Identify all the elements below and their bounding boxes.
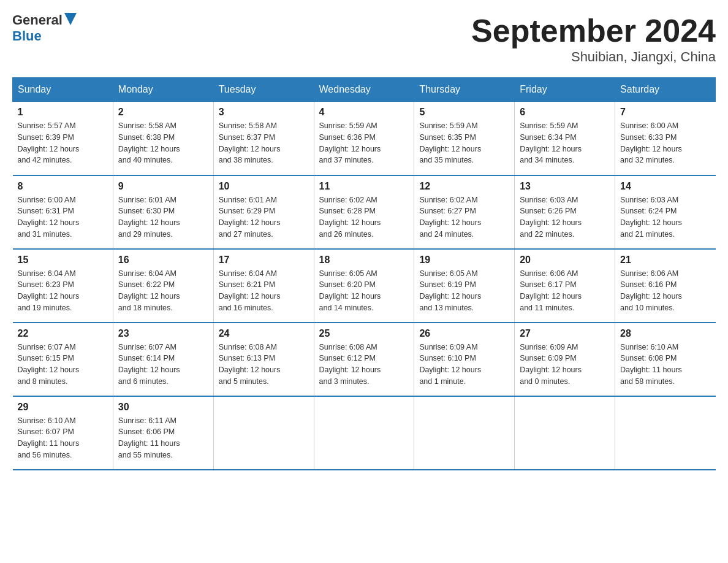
calendar-week-row: 8 Sunrise: 6:00 AMSunset: 6:31 PMDayligh… — [13, 175, 716, 249]
day-info: Sunrise: 5:58 AMSunset: 6:38 PMDaylight:… — [118, 121, 180, 164]
header-wednesday: Wednesday — [314, 78, 414, 102]
day-number: 13 — [520, 181, 610, 192]
day-number: 14 — [620, 181, 710, 192]
table-row: 11 Sunrise: 6:02 AMSunset: 6:28 PMDaylig… — [314, 175, 414, 249]
day-number: 23 — [118, 328, 208, 339]
day-info: Sunrise: 6:02 AMSunset: 6:27 PMDaylight:… — [419, 196, 481, 239]
day-info: Sunrise: 6:02 AMSunset: 6:28 PMDaylight:… — [319, 196, 381, 239]
day-number: 11 — [319, 181, 409, 192]
day-info: Sunrise: 5:58 AMSunset: 6:37 PMDaylight:… — [219, 121, 281, 164]
calendar-week-row: 15 Sunrise: 6:04 AMSunset: 6:23 PMDaylig… — [13, 249, 716, 323]
day-number: 3 — [219, 107, 309, 118]
day-info: Sunrise: 6:06 AMSunset: 6:16 PMDaylight:… — [620, 269, 682, 312]
table-row: 22 Sunrise: 6:07 AMSunset: 6:15 PMDaylig… — [13, 323, 113, 396]
table-row — [414, 396, 515, 470]
day-number: 9 — [118, 181, 208, 192]
table-row: 24 Sunrise: 6:08 AMSunset: 6:13 PMDaylig… — [213, 323, 314, 396]
day-info: Sunrise: 5:59 AMSunset: 6:36 PMDaylight:… — [319, 121, 381, 164]
table-row: 17 Sunrise: 6:04 AMSunset: 6:21 PMDaylig… — [213, 249, 314, 323]
table-row — [213, 396, 314, 470]
day-number: 15 — [18, 255, 108, 266]
day-number: 5 — [419, 107, 509, 118]
table-row: 13 Sunrise: 6:03 AMSunset: 6:26 PMDaylig… — [515, 175, 615, 249]
day-number: 19 — [419, 255, 509, 266]
header-saturday: Saturday — [615, 78, 716, 102]
day-info: Sunrise: 5:59 AMSunset: 6:34 PMDaylight:… — [520, 121, 582, 164]
day-info: Sunrise: 6:04 AMSunset: 6:21 PMDaylight:… — [219, 269, 281, 312]
page-header: General Blue September 2024 Shuibian, Ji… — [12, 12, 716, 65]
day-info: Sunrise: 6:10 AMSunset: 6:08 PMDaylight:… — [620, 343, 682, 386]
day-number: 29 — [18, 402, 108, 413]
table-row: 15 Sunrise: 6:04 AMSunset: 6:23 PMDaylig… — [13, 249, 113, 323]
table-row: 8 Sunrise: 6:00 AMSunset: 6:31 PMDayligh… — [13, 175, 113, 249]
table-row: 4 Sunrise: 5:59 AMSunset: 6:36 PMDayligh… — [314, 102, 414, 175]
logo: General Blue — [12, 12, 77, 44]
table-row — [515, 396, 615, 470]
title-block: September 2024 Shuibian, Jiangxi, China — [471, 12, 716, 65]
day-number: 25 — [319, 328, 409, 339]
day-number: 10 — [219, 181, 309, 192]
table-row: 1 Sunrise: 5:57 AMSunset: 6:39 PMDayligh… — [13, 102, 113, 175]
header-tuesday: Tuesday — [213, 78, 314, 102]
calendar-header-row: Sunday Monday Tuesday Wednesday Thursday… — [13, 78, 716, 102]
table-row: 23 Sunrise: 6:07 AMSunset: 6:14 PMDaylig… — [113, 323, 213, 396]
day-info: Sunrise: 6:11 AMSunset: 6:06 PMDaylight:… — [118, 416, 180, 459]
day-info: Sunrise: 6:00 AMSunset: 6:31 PMDaylight:… — [18, 196, 80, 239]
calendar-week-row: 1 Sunrise: 5:57 AMSunset: 6:39 PMDayligh… — [13, 102, 716, 175]
day-number: 12 — [419, 181, 509, 192]
day-info: Sunrise: 6:08 AMSunset: 6:12 PMDaylight:… — [319, 343, 381, 386]
day-info: Sunrise: 6:04 AMSunset: 6:23 PMDaylight:… — [18, 269, 80, 312]
table-row: 2 Sunrise: 5:58 AMSunset: 6:38 PMDayligh… — [113, 102, 213, 175]
day-number: 24 — [219, 328, 309, 339]
table-row: 16 Sunrise: 6:04 AMSunset: 6:22 PMDaylig… — [113, 249, 213, 323]
day-info: Sunrise: 6:08 AMSunset: 6:13 PMDaylight:… — [219, 343, 281, 386]
calendar-table: Sunday Monday Tuesday Wednesday Thursday… — [12, 77, 716, 470]
day-info: Sunrise: 6:03 AMSunset: 6:24 PMDaylight:… — [620, 196, 682, 239]
table-row: 14 Sunrise: 6:03 AMSunset: 6:24 PMDaylig… — [615, 175, 716, 249]
logo-triangle-icon — [64, 13, 77, 26]
table-row: 28 Sunrise: 6:10 AMSunset: 6:08 PMDaylig… — [615, 323, 716, 396]
day-info: Sunrise: 6:05 AMSunset: 6:19 PMDaylight:… — [419, 269, 481, 312]
logo-general-text: General — [12, 12, 63, 28]
logo-blue-text: Blue — [12, 28, 42, 44]
day-info: Sunrise: 6:07 AMSunset: 6:14 PMDaylight:… — [118, 343, 180, 386]
table-row: 18 Sunrise: 6:05 AMSunset: 6:20 PMDaylig… — [314, 249, 414, 323]
table-row: 6 Sunrise: 5:59 AMSunset: 6:34 PMDayligh… — [515, 102, 615, 175]
table-row: 21 Sunrise: 6:06 AMSunset: 6:16 PMDaylig… — [615, 249, 716, 323]
table-row: 27 Sunrise: 6:09 AMSunset: 6:09 PMDaylig… — [515, 323, 615, 396]
header-sunday: Sunday — [13, 78, 113, 102]
day-info: Sunrise: 6:04 AMSunset: 6:22 PMDaylight:… — [118, 269, 180, 312]
day-number: 27 — [520, 328, 610, 339]
day-info: Sunrise: 6:01 AMSunset: 6:29 PMDaylight:… — [219, 196, 281, 239]
svg-marker-0 — [64, 13, 77, 25]
day-info: Sunrise: 6:00 AMSunset: 6:33 PMDaylight:… — [620, 121, 682, 164]
day-number: 4 — [319, 107, 409, 118]
day-info: Sunrise: 6:10 AMSunset: 6:07 PMDaylight:… — [18, 416, 80, 459]
day-number: 6 — [520, 107, 610, 118]
table-row — [615, 396, 716, 470]
day-info: Sunrise: 6:06 AMSunset: 6:17 PMDaylight:… — [520, 269, 582, 312]
table-row: 30 Sunrise: 6:11 AMSunset: 6:06 PMDaylig… — [113, 396, 213, 470]
header-monday: Monday — [113, 78, 213, 102]
day-number: 20 — [520, 255, 610, 266]
calendar-week-row: 22 Sunrise: 6:07 AMSunset: 6:15 PMDaylig… — [13, 323, 716, 396]
day-number: 18 — [319, 255, 409, 266]
table-row: 29 Sunrise: 6:10 AMSunset: 6:07 PMDaylig… — [13, 396, 113, 470]
day-info: Sunrise: 5:59 AMSunset: 6:35 PMDaylight:… — [419, 121, 481, 164]
table-row: 9 Sunrise: 6:01 AMSunset: 6:30 PMDayligh… — [113, 175, 213, 249]
day-number: 26 — [419, 328, 509, 339]
table-row: 20 Sunrise: 6:06 AMSunset: 6:17 PMDaylig… — [515, 249, 615, 323]
location-text: Shuibian, Jiangxi, China — [471, 49, 716, 65]
day-number: 30 — [118, 402, 208, 413]
table-row: 5 Sunrise: 5:59 AMSunset: 6:35 PMDayligh… — [414, 102, 515, 175]
day-info: Sunrise: 6:03 AMSunset: 6:26 PMDaylight:… — [520, 196, 582, 239]
day-info: Sunrise: 5:57 AMSunset: 6:39 PMDaylight:… — [18, 121, 80, 164]
day-number: 21 — [620, 255, 710, 266]
day-number: 7 — [620, 107, 710, 118]
calendar-week-row: 29 Sunrise: 6:10 AMSunset: 6:07 PMDaylig… — [13, 396, 716, 470]
day-number: 1 — [18, 107, 108, 118]
table-row: 12 Sunrise: 6:02 AMSunset: 6:27 PMDaylig… — [414, 175, 515, 249]
day-number: 17 — [219, 255, 309, 266]
day-number: 2 — [118, 107, 208, 118]
table-row: 19 Sunrise: 6:05 AMSunset: 6:19 PMDaylig… — [414, 249, 515, 323]
